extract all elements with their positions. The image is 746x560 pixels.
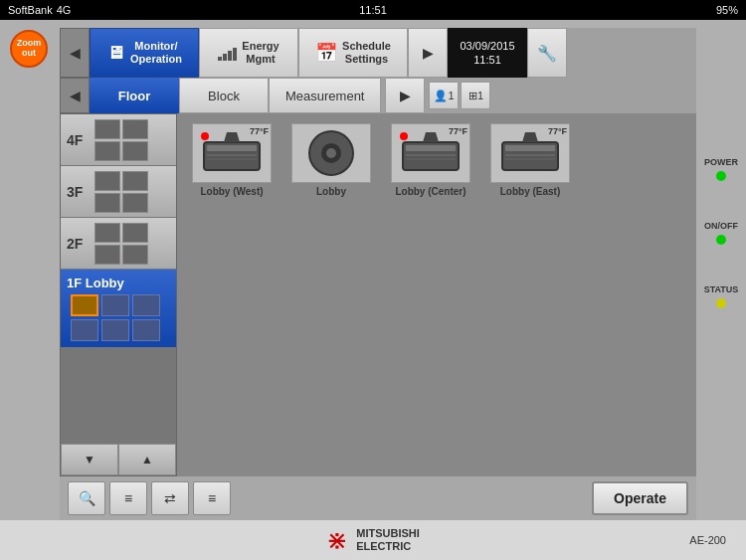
- tab-block[interactable]: Block: [179, 78, 269, 113]
- warning-dot-lobby-west: [201, 132, 209, 140]
- nav-arrow-left[interactable]: ◀: [60, 28, 90, 78]
- second-play-icon: ▶: [400, 88, 411, 103]
- ac-unit-img-lobby-west: 77°F: [192, 123, 272, 183]
- brand-logo: ⋇ MITSUBISHI ELECTRIC: [326, 525, 420, 556]
- operate-button[interactable]: Operate: [592, 481, 688, 515]
- nav-datetime: 03/09/2015 11:51: [448, 28, 527, 78]
- grid-icon-1: 👤 1: [429, 82, 459, 109]
- status-label: STATUS: [704, 284, 739, 294]
- mitsubishi-symbol: ⋇: [326, 525, 348, 556]
- indicator-status: STATUS: [704, 284, 739, 308]
- floor-item-2f[interactable]: 2F: [61, 218, 176, 270]
- bottom-toolbar: 🔍 ≡ ⇄ ≡ Operate: [60, 476, 696, 520]
- status-bar: SoftBank 4G 11:51 95%: [0, 0, 746, 20]
- nav-schedule-button[interactable]: 📅 Schedule Settings: [298, 28, 408, 78]
- indicator-power: POWER: [704, 157, 738, 181]
- ac-unit-lobby-east[interactable]: 77°F Lobby (East): [485, 123, 575, 197]
- ac-unit-lobby-west[interactable]: 77°F Lobby (West): [187, 123, 277, 197]
- wrench-icon: 🔧: [537, 44, 557, 63]
- search-icon: 🔍: [79, 490, 95, 506]
- floor-item-1f[interactable]: 1F Lobby: [61, 270, 176, 348]
- floor-label-1f: 1F Lobby: [67, 276, 124, 290]
- svg-rect-9: [406, 145, 456, 151]
- second-nav-arrow[interactable]: ◀: [60, 78, 90, 113]
- nav-time: 11:51: [473, 53, 501, 67]
- floor-grid-3f: [94, 171, 148, 213]
- grid-icon: ⊞: [468, 90, 477, 102]
- monitor-label: Monitor/ Operation: [130, 40, 182, 66]
- floor-tab-label: Floor: [118, 89, 151, 103]
- nav-monitor-button[interactable]: 🖥 Monitor/ Operation: [90, 28, 199, 78]
- layers-icon-2: ≡: [208, 490, 216, 506]
- main-container: Zoomout ◀ 🖥 Monitor/ Operation Energy Mg…: [0, 20, 746, 560]
- floor-arrow-controls: ▼ ▲: [61, 444, 176, 475]
- svg-rect-14: [505, 145, 555, 151]
- floor-panel: 4F 3F 2F: [60, 113, 177, 476]
- layers-button-1[interactable]: ≡: [109, 481, 147, 515]
- floor-grid-2f: [94, 223, 148, 265]
- nav-wrench-button[interactable]: 🔧: [527, 28, 567, 78]
- svg-marker-4: [224, 132, 240, 142]
- ac-label-lobby-west: Lobby (West): [200, 186, 263, 197]
- brand-bar: ⋇ MITSUBISHI ELECTRIC AE-200: [0, 520, 746, 560]
- second-nav-play-button[interactable]: ▶: [385, 78, 425, 113]
- transfer-button[interactable]: ⇄: [151, 481, 189, 515]
- ac-unit-lobby-center[interactable]: 77°F Lobby (Center): [386, 123, 475, 197]
- ac-unit-img-lobby-round: [291, 123, 371, 183]
- schedule-label: Schedule Settings: [342, 40, 391, 66]
- ac-unit-lobby-round[interactable]: Lobby: [286, 123, 376, 197]
- ac-label-lobby-round: Lobby: [316, 186, 346, 197]
- network-text: 4G: [57, 4, 72, 16]
- status-bar-right: 95%: [716, 4, 738, 16]
- battery-text: 95%: [716, 4, 738, 16]
- tab-measurement[interactable]: Measurement: [269, 78, 381, 113]
- status-bar-time: 11:51: [359, 4, 387, 16]
- search-button[interactable]: 🔍: [68, 481, 105, 515]
- carrier-text: SoftBank: [8, 4, 53, 16]
- ac-label-lobby-east: Lobby (East): [500, 186, 561, 197]
- svg-marker-12: [423, 132, 439, 142]
- ac-label-lobby-center: Lobby (Center): [395, 186, 466, 197]
- status-bar-left: SoftBank 4G: [8, 4, 71, 16]
- power-dot: [716, 171, 726, 181]
- ac-shape-lobby-center: [401, 132, 461, 174]
- zoom-out-button[interactable]: Zoomout: [10, 30, 48, 68]
- nav-play-button[interactable]: ▶: [408, 28, 448, 78]
- svg-point-7: [326, 148, 336, 158]
- floor-item-3f[interactable]: 3F: [61, 166, 176, 218]
- nav-energy-button[interactable]: Energy Mgmt: [199, 28, 298, 78]
- floor-up-button[interactable]: ▲: [118, 444, 176, 475]
- ac-shape-lobby-west: [202, 132, 262, 174]
- tab-floor[interactable]: Floor: [90, 78, 179, 113]
- brand-name: MITSUBISHI ELECTRIC: [356, 527, 420, 553]
- ac-unit-img-lobby-east: 77°F: [490, 123, 570, 183]
- second-nav: ◀ Floor Block Measurement ▶ 👤 1 ⊞ 1: [60, 78, 696, 113]
- ac-unit-img-lobby-center: 77°F: [391, 123, 470, 183]
- transfer-icon: ⇄: [164, 490, 176, 506]
- temp-lobby-east: 77°F: [548, 126, 567, 136]
- block-tab-label: Block: [208, 89, 240, 103]
- floor-item-4f[interactable]: 4F: [61, 114, 176, 166]
- temp-lobby-center: 77°F: [449, 126, 467, 136]
- right-panel: POWER ON/OFF STATUS: [696, 78, 746, 475]
- content-area: 4F 3F 2F: [60, 113, 696, 476]
- model-text: AE-200: [689, 534, 726, 546]
- second-nav-icons: 👤 1 ⊞ 1: [429, 78, 490, 113]
- svg-marker-17: [522, 132, 538, 142]
- layers-button-2[interactable]: ≡: [193, 481, 231, 515]
- energy-label: Energy Mgmt: [242, 40, 279, 66]
- layers-icon-1: ≡: [124, 490, 132, 506]
- ac-shape-lobby-east: [500, 132, 560, 174]
- floor-label-4f: 4F: [67, 132, 94, 148]
- power-label: POWER: [704, 157, 738, 167]
- floor-down-button[interactable]: ▼: [61, 444, 118, 475]
- svg-rect-1: [207, 145, 257, 151]
- ac-shape-lobby-round: [306, 128, 356, 178]
- grid-icon-2: ⊞ 1: [461, 82, 490, 109]
- nav-date: 03/09/2015: [460, 39, 514, 53]
- warning-dot-lobby-center: [400, 132, 408, 140]
- onoff-dot: [716, 235, 726, 245]
- schedule-icon: 📅: [315, 42, 337, 64]
- play-icon: ▶: [423, 45, 434, 61]
- main-display: 77°F Lobby (West): [177, 113, 696, 476]
